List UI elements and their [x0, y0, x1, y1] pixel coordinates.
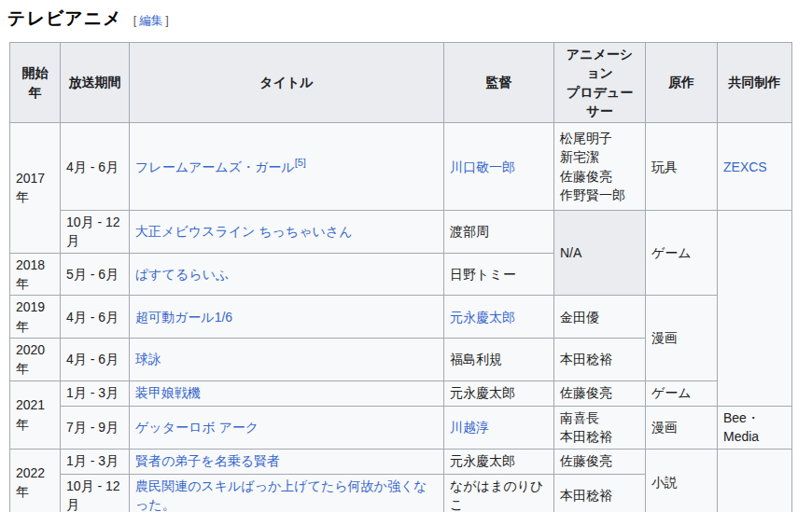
director-cell: 日野トミー: [444, 253, 554, 296]
edit-bracket-close: ]: [165, 14, 168, 27]
title-link[interactable]: ぱすてるらいふ: [135, 267, 229, 282]
period-cell: 1月 - 3月: [61, 449, 130, 474]
column-header-title: タイトル: [130, 43, 444, 123]
producer-cell: 本田稔裕: [554, 474, 646, 512]
title-cell: 賢者の弟子を名乗る賢者: [130, 449, 444, 474]
coproduction-cell-empty: [718, 211, 792, 406]
title-cell: 装甲娘戦機: [130, 381, 444, 406]
period-cell: 1月 - 3月: [61, 381, 130, 406]
producer-cell: 金田優: [554, 296, 646, 339]
director-cell: 元永慶太郎: [444, 296, 554, 339]
table-row: 2017年 4月 - 6月 フレームアームズ・ガール[5] 川口敬一郎 松尾明子…: [10, 123, 792, 211]
coproduction-cell: Bee・Media: [718, 406, 792, 449]
producer-name: 佐藤俊亮: [560, 167, 639, 186]
title-cell: 大正メビウスライン ちっちゃいさん: [130, 211, 444, 254]
producer-name: 作野賢一郎: [560, 186, 639, 204]
column-header-start-year: 開始年: [10, 43, 61, 123]
period-cell: 4月 - 6月: [61, 338, 130, 381]
edit-link[interactable]: 編集: [139, 14, 162, 27]
director-link[interactable]: 川口敬一郎: [450, 159, 515, 174]
title-link[interactable]: フレームアームズ・ガール: [135, 159, 295, 174]
period-cell: 4月 - 6月: [61, 296, 130, 339]
coproduction-link[interactable]: ZEXCS: [723, 159, 767, 174]
period-cell: 10月 - 12月: [61, 211, 130, 254]
table-row: 2022年 1月 - 3月 賢者の弟子を名乗る賢者 元永慶太郎 佐藤俊亮 小説: [10, 449, 792, 474]
year-cell: 2017年: [10, 123, 61, 254]
original-work-cell: 玩具: [646, 123, 718, 211]
original-work-cell: ゲーム: [646, 381, 718, 406]
title-cell: 農民関連のスキルばっか上げてたら何故か強くなった。: [130, 474, 444, 512]
producer-na-cell: N/A: [554, 211, 646, 296]
producer-cell: 佐藤俊亮: [554, 381, 646, 406]
period-cell: 5月 - 6月: [61, 253, 130, 296]
title-link[interactable]: 球詠: [135, 352, 161, 367]
title-cell: ゲッターロボ アーク: [130, 406, 444, 449]
title-cell: 球詠: [130, 338, 444, 381]
table-row: 2021年 1月 - 3月 装甲娘戦機 元永慶太郎 佐藤俊亮 ゲーム: [10, 381, 792, 406]
producer-name: 新宅潔: [560, 147, 639, 166]
director-cell: 渡部周: [444, 211, 554, 254]
column-header-period: 放送期間: [61, 43, 130, 123]
producer-cell: 佐藤俊亮: [554, 449, 646, 474]
table-row: 7月 - 9月 ゲッターロボ アーク 川越淳 南喜長 本田稔裕 漫画 Bee・M…: [10, 406, 792, 449]
director-cell: 元永慶太郎: [444, 381, 554, 406]
original-work-cell: 漫画: [646, 296, 718, 381]
producer-cell: 松尾明子 新宅潔 佐藤俊亮 作野賢一郎: [554, 123, 646, 211]
table-row: 10月 - 12月 大正メビウスライン ちっちゃいさん 渡部周 N/A ゲーム: [10, 211, 792, 254]
table-row: 2019年 4月 - 6月 超可動ガール1/6 元永慶太郎 金田優 漫画: [10, 296, 792, 339]
title-cell: ぱすてるらいふ: [130, 253, 444, 296]
director-cell: ながはまのりひこ: [444, 474, 554, 512]
title-cell: フレームアームズ・ガール[5]: [130, 123, 444, 211]
article-section: テレビアニメ [編集] 開始年 放送期間 タイトル 監督 アニメーションプロデュ…: [0, 0, 812, 512]
table-header-row: 開始年 放送期間 タイトル 監督 アニメーションプロデューサー 原作 共同制作: [10, 43, 792, 123]
title-link[interactable]: 農民関連のスキルばっか上げてたら何故か強くなった。: [135, 478, 427, 512]
page-title: テレビアニメ: [7, 7, 122, 31]
coproduction-cell: ZEXCS: [718, 123, 792, 211]
director-cell: 元永慶太郎: [444, 449, 554, 474]
year-cell: 2019年: [10, 296, 61, 339]
reference-link[interactable]: [5]: [295, 157, 306, 168]
edit-section: [編集]: [133, 13, 169, 29]
year-cell: 2020年: [10, 338, 61, 381]
column-header-director: 監督: [444, 43, 554, 123]
reference-sup: [5]: [295, 157, 306, 168]
director-cell: 川口敬一郎: [444, 123, 554, 211]
title-link[interactable]: 装甲娘戦機: [135, 385, 201, 400]
director-cell: 福島利規: [444, 338, 554, 381]
original-work-cell: ゲーム: [646, 211, 718, 296]
edit-bracket-open: [: [133, 14, 136, 27]
title-link[interactable]: 大正メビウスライン ちっちゃいさん: [135, 224, 352, 239]
year-cell: 2018年: [10, 253, 61, 296]
period-cell: 10月 - 12月: [61, 474, 130, 512]
tv-anime-table: 開始年 放送期間 タイトル 監督 アニメーションプロデューサー 原作 共同制作 …: [9, 42, 792, 512]
title-link[interactable]: ゲッターロボ アーク: [135, 420, 259, 435]
original-work-cell: 小説: [646, 449, 718, 512]
year-cell: 2021年: [10, 381, 61, 449]
year-cell: 2022年: [10, 449, 61, 512]
director-link[interactable]: 川越淳: [450, 420, 489, 435]
period-cell: 7月 - 9月: [61, 406, 130, 449]
producer-cell: 南喜長 本田稔裕: [554, 406, 646, 449]
section-heading: テレビアニメ [編集]: [0, 0, 812, 31]
column-header-coproduction: 共同制作: [718, 43, 792, 123]
column-header-producer: アニメーションプロデューサー: [554, 43, 646, 123]
producer-header-line2: プロデューサー: [567, 85, 633, 118]
column-header-original: 原作: [646, 43, 718, 123]
title-link[interactable]: 賢者の弟子を名乗る賢者: [135, 453, 280, 468]
producer-name: 南喜長: [560, 408, 639, 427]
title-cell: 超可動ガール1/6: [130, 296, 444, 339]
title-link[interactable]: 超可動ガール1/6: [135, 310, 232, 325]
producer-name: 本田稔裕: [560, 427, 639, 446]
period-cell: 4月 - 6月: [61, 123, 130, 211]
producer-name: 松尾明子: [560, 129, 639, 147]
coproduction-cell-empty: [718, 449, 792, 512]
director-cell: 川越淳: [444, 406, 554, 449]
producer-header-line1: アニメーション: [567, 47, 633, 80]
original-work-cell: 漫画: [646, 406, 718, 449]
producer-cell: 本田稔裕: [554, 338, 646, 381]
director-link[interactable]: 元永慶太郎: [450, 310, 515, 325]
